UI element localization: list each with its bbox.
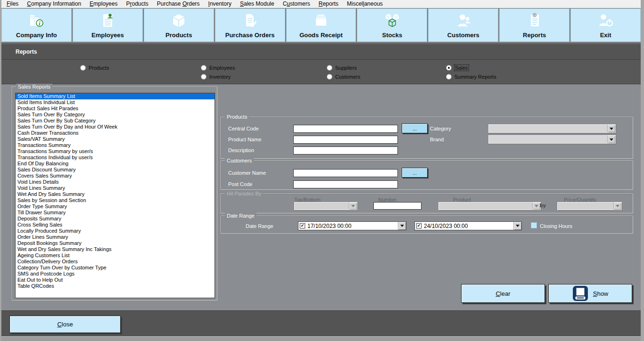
date-from-picker[interactable]: ✔ 17/10/2023 00:00 — [298, 221, 406, 230]
menu-item-customers[interactable]: Customers — [279, 0, 314, 8]
report-list-item-product-sales-hit-parades[interactable]: Product Sales Hit Parades — [16, 106, 215, 112]
closing-hours-checkbox[interactable] — [531, 222, 537, 228]
report-list-item-sales-turn-over-by-category[interactable]: Sales Turn Over By Category — [16, 112, 215, 118]
menu-item-purchase-orders[interactable]: Purchase Orders — [153, 0, 204, 8]
toolbar-button-purchase-orders[interactable]: Purchase Orders — [215, 8, 285, 42]
report-type-radio-inventory[interactable]: Inventory — [201, 73, 231, 80]
report-list-item-locally-produced-summary[interactable]: Locally Produced Summary — [16, 228, 215, 234]
report-list-item-sold-items-summary-list[interactable]: Sold Items Summary List — [16, 93, 215, 99]
toolbar-button-label: Stocks — [382, 32, 403, 39]
report-list-item-deposits-summary[interactable]: Deposits Summary — [16, 216, 215, 222]
report-type-radio-employees[interactable]: Employees — [201, 65, 235, 71]
report-list-item-sales-turn-over-by-sub-category[interactable]: Sales Turn Over By Sub Category — [16, 118, 215, 124]
report-list-item-wet-and-dry-sales-summary-inc-takings[interactable]: Wet and Dry Sales Summary Inc Takings — [16, 246, 215, 252]
date-from-dropdown-arrow-icon[interactable] — [398, 222, 406, 230]
central-code-browse-button[interactable]: ... — [402, 123, 428, 133]
report-list-item-category-turn-over-by-customer-type[interactable]: Category Turn Over by Customer Type — [16, 265, 215, 271]
report-list-item-sales-turn-over-by-day-and-hour-of-week[interactable]: Sales Turn Over By Day and Hour Of Week — [16, 124, 215, 130]
product-dropdown-arrow-icon[interactable] — [532, 203, 540, 210]
radio-icon[interactable] — [201, 65, 206, 71]
central-code-input[interactable] — [293, 125, 398, 133]
product-name-input[interactable] — [293, 136, 398, 144]
date-to-checkbox[interactable]: ✔ — [416, 223, 421, 228]
toolbar-button-exit[interactable]: Exit — [570, 8, 641, 42]
category-dropdown[interactable] — [488, 124, 616, 133]
report-list-item-sold-items-individual-list[interactable]: Sold Items Individual List — [16, 99, 215, 106]
report-list-item-void-lines-details[interactable]: Void Lines Details — [16, 179, 215, 185]
post-code-input[interactable] — [293, 180, 398, 188]
clear-button[interactable]: Clear — [461, 284, 545, 303]
report-list-item-till-drawer-summary[interactable]: Till Drawer Summary — [16, 210, 215, 216]
show-button[interactable]: Show — [548, 284, 632, 303]
report-type-panel: ProductsEmployeesInventorySuppliersCusto… — [1, 60, 641, 84]
close-button[interactable]: Close — [9, 316, 121, 333]
number-input[interactable] — [373, 202, 421, 210]
report-type-radio-customers[interactable]: Customers — [327, 73, 360, 80]
menu-item-files[interactable]: Files — [2, 0, 23, 8]
report-list-item-sales-vat-summary[interactable]: Sales/VAT Summary — [16, 136, 215, 142]
report-list-item-collection-delivery-orders[interactable]: Collection/Delivery Orders — [16, 259, 215, 265]
date-to-dropdown-arrow-icon[interactable] — [513, 222, 521, 230]
report-list-item-sms-and-postcode-logs[interactable]: SMS and Postcode Logs — [16, 271, 215, 277]
menu-item-products[interactable]: Products — [122, 0, 152, 8]
report-list-item-wet-and-dry-sales-summary[interactable]: Wet And Dry Sales Summary — [16, 191, 215, 197]
price-quantity-dropdown[interactable] — [557, 202, 622, 210]
sales-reports-listbox[interactable]: Sold Items Summary ListSold Items Indivi… — [15, 93, 215, 298]
menu-item-reports[interactable]: Reports — [314, 0, 343, 8]
report-list-item-deposit-bookings-summary[interactable]: Deposit Bookings Summary — [16, 240, 215, 246]
report-list-item-void-lines-summary[interactable]: Void Lines Summary — [16, 185, 215, 191]
report-list-item-eat-out-to-help-out[interactable]: Eat Out to Help Out — [16, 277, 215, 283]
menu-item-miscellaneous[interactable]: Miscellaneous — [343, 0, 387, 8]
top-bottom-dropdown[interactable] — [294, 202, 357, 210]
radio-icon[interactable] — [80, 65, 86, 71]
toolbar-button-reports[interactable]: Reports — [499, 8, 570, 42]
price-quantity-dropdown-arrow-icon[interactable] — [613, 203, 621, 210]
product-dropdown[interactable] — [438, 202, 541, 210]
top-bottom-dropdown-arrow-icon[interactable] — [349, 203, 357, 210]
report-type-radio-sales[interactable]: Sales — [446, 65, 469, 71]
toolbar: iCompany InfoEmployeesProductsPurchase O… — [1, 8, 641, 44]
toolbar-button-goods-receipt[interactable]: Goods Receipt — [286, 8, 356, 42]
report-type-radio-suppliers[interactable]: Suppliers — [327, 65, 357, 71]
report-list-item-end-of-day-balancing[interactable]: End Of Day Balancing — [16, 161, 215, 167]
toolbar-button-stocks[interactable]: Stocks — [357, 8, 427, 42]
report-list-item-transactions-summary-by-user-s[interactable]: Transactions Summary by user/s — [16, 148, 215, 154]
customer-browse-button[interactable]: ... — [402, 168, 428, 178]
section-title: Reports — [16, 49, 37, 55]
report-list-item-sales-by-session-and-section[interactable]: Sales by Session and Section — [16, 197, 215, 203]
menu-item-employees[interactable]: Employees — [85, 0, 122, 8]
report-list-item-transactions-individual-by-user-s[interactable]: Transactions Individual by user/s — [16, 154, 215, 161]
report-list-item-sales-discount-summary[interactable]: Sales Discount Summary — [16, 167, 215, 173]
radio-icon[interactable] — [446, 74, 452, 80]
report-list-item-cross-selling-sales[interactable]: Cross Selling Sales — [16, 222, 215, 228]
toolbar-button-company-info[interactable]: iCompany Info — [1, 8, 72, 42]
report-list-item-cash-drawer-transactions[interactable]: Cash Drawer Transactions — [16, 130, 215, 136]
menu-item-inventory[interactable]: Inventory — [204, 0, 236, 8]
date-range-label: Date Range — [246, 223, 273, 229]
toolbar-button-products[interactable]: Products — [144, 8, 214, 42]
radio-icon[interactable] — [201, 74, 206, 80]
toolbar-button-employees[interactable]: Employees — [73, 8, 143, 42]
menu-item-company-information[interactable]: Company Information — [23, 0, 85, 8]
brand-dropdown[interactable] — [488, 135, 616, 144]
description-input[interactable] — [293, 146, 398, 154]
brand-dropdown-arrow-icon[interactable] — [607, 136, 615, 143]
report-list-item-order-type-summary[interactable]: Order Type Summary — [16, 203, 215, 210]
report-list-item-ageing-customers-list[interactable]: Ageing Customers List — [16, 252, 215, 259]
date-to-picker[interactable]: ✔ 24/10/2023 00:00 — [414, 221, 522, 230]
report-type-radio-products[interactable]: Products — [80, 65, 109, 71]
radio-icon[interactable] — [327, 74, 332, 80]
hit-parades-group-title: Hit Parades By — [225, 191, 263, 197]
category-dropdown-arrow-icon[interactable] — [607, 125, 615, 132]
menu-item-sales-module[interactable]: Sales Module — [236, 0, 279, 8]
report-list-item-covers-sales-summary[interactable]: Covers Sales Summary — [16, 173, 215, 179]
report-list-item-table-qrcodes[interactable]: Table QRCodes — [16, 283, 215, 289]
customer-name-input[interactable] — [293, 169, 398, 177]
report-list-item-order-lines-summary[interactable]: Order Lines Summary — [16, 234, 215, 240]
toolbar-button-customers[interactable]: Customers — [428, 8, 498, 42]
report-type-radio-summary-reports[interactable]: Summary Reports — [446, 73, 496, 80]
radio-icon[interactable] — [446, 65, 452, 71]
report-list-item-transactions-summary[interactable]: Transactions Summary — [16, 142, 215, 148]
date-from-checkbox[interactable]: ✔ — [300, 223, 305, 228]
radio-icon[interactable] — [327, 65, 332, 71]
